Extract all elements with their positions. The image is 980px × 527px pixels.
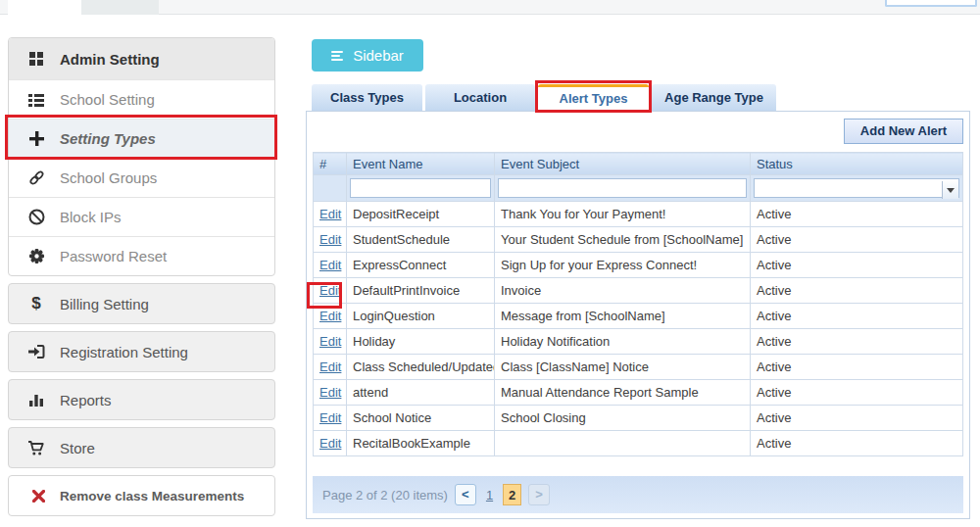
cropped-top-right-button[interactable] — [885, 0, 977, 7]
bar-chart-icon — [26, 392, 46, 407]
cell-status: Active — [751, 355, 963, 380]
sidebar-item-admin-setting[interactable]: Admin Setting — [9, 38, 274, 79]
gear-icon — [26, 248, 46, 264]
column-header-status[interactable]: Status — [751, 153, 963, 175]
sidebar-item-registration-setting[interactable]: Registration Setting — [8, 331, 275, 372]
table-row: Edit DepositReceipt Thank You for Your P… — [314, 202, 963, 227]
table-header-row: # Event Name Event Subject Status — [314, 153, 963, 175]
cell-status: Active — [751, 406, 963, 431]
edit-link[interactable]: Edit — [319, 258, 341, 272]
cell-status: Active — [751, 278, 963, 304]
cell-event-name: DefaultPrintInvoice — [347, 278, 495, 304]
filter-row — [314, 175, 963, 202]
event-subject-filter-input[interactable] — [498, 178, 747, 198]
cell-status: Active — [751, 329, 963, 355]
cell-event-name: RecitalBookExample — [347, 431, 495, 456]
cell-event-subject: Manual Attendance Report Sample — [495, 380, 751, 406]
sidebar-toggle-button[interactable]: Sidebar — [312, 39, 423, 72]
edit-link[interactable]: Edit — [319, 436, 341, 451]
cell-status: Active — [751, 431, 963, 456]
pagination-bar: Page 2 of 2 (20 items) < 1 2 > — [313, 476, 963, 513]
cell-event-subject: School Closing — [495, 406, 751, 431]
tab-class-types[interactable]: Class Types — [312, 84, 422, 111]
sidebar-item-billing-setting[interactable]: $ Billing Setting — [8, 283, 275, 324]
next-page-button[interactable]: > — [528, 484, 550, 505]
top-tab-inactive[interactable] — [81, 0, 159, 15]
table-row: Edit School Notice School Closing Active — [314, 406, 963, 431]
cell-event-subject — [495, 431, 751, 456]
edit-link[interactable]: Edit — [319, 385, 341, 400]
sidebar-item-store[interactable]: Store — [8, 427, 275, 468]
sidebar-item-school-groups[interactable]: School Groups — [9, 158, 274, 197]
table-row: Edit StudentSchedule Your Student Schedu… — [314, 227, 963, 253]
sidebar-item-remove-class-measurements[interactable]: Remove class Measurements — [8, 475, 275, 516]
sidebar-item-label: Admin Setting — [60, 51, 160, 68]
pagination-summary: Page 2 of 2 (20 items) — [322, 488, 448, 503]
sidebar-item-label: School Groups — [60, 169, 157, 186]
table-row: Edit LoginQuestion Message from [SchoolN… — [314, 304, 963, 329]
grid-icon — [26, 51, 46, 67]
cell-status: Active — [751, 304, 963, 329]
filter-cell-empty — [314, 175, 347, 202]
cell-event-name: DepositReceipt — [347, 202, 495, 227]
sidebar-admin-group: Admin Setting School Setting Setting Typ… — [8, 37, 275, 276]
cell-event-subject: Thank You for Your Payment! — [495, 202, 751, 227]
cart-icon — [26, 440, 46, 456]
event-name-filter-input[interactable] — [350, 178, 491, 198]
column-header-num[interactable]: # — [314, 153, 347, 175]
status-filter-input[interactable] — [754, 178, 959, 198]
sidebar-item-label: Store — [60, 440, 95, 456]
sidebar-item-label: Block IPs — [60, 209, 122, 225]
cell-event-name: School Notice — [347, 406, 495, 431]
column-header-event-subject[interactable]: Event Subject — [495, 153, 751, 175]
cell-event-name: ExpressConnect — [347, 253, 495, 278]
cell-event-name: Class Scheduled/Updated — [347, 355, 495, 380]
edit-link[interactable]: Edit — [319, 232, 341, 247]
list-icon — [26, 93, 46, 107]
edit-link-annotated[interactable]: Edit — [319, 283, 341, 298]
top-tab-active[interactable] — [8, 0, 81, 15]
edit-link[interactable]: Edit — [319, 410, 341, 425]
sidebar-item-label: Setting Types — [60, 130, 156, 147]
sidebar-item-label: Remove class Measurements — [60, 489, 244, 503]
tab-age-range-type[interactable]: Age Range Type — [652, 84, 776, 111]
table-row: Edit DefaultPrintInvoice Invoice Active — [314, 278, 963, 304]
edit-link[interactable]: Edit — [319, 309, 341, 323]
cell-status: Active — [751, 227, 963, 253]
table-row: Edit RecitalBookExample Active — [314, 431, 963, 456]
dollar-icon: $ — [26, 294, 46, 313]
cell-status: Active — [751, 253, 963, 278]
alerts-table: # Event Name Event Subject Status Edit — [313, 152, 963, 456]
edit-link[interactable]: Edit — [319, 207, 341, 221]
sidebar-item-label: Reports — [60, 392, 112, 408]
page-1-link[interactable]: 1 — [486, 488, 493, 503]
prev-page-button[interactable]: < — [455, 484, 476, 505]
sidebar-item-school-setting[interactable]: School Setting — [9, 79, 274, 119]
tab-alert-types[interactable]: Alert Types — [538, 84, 649, 112]
cell-event-name: Holiday — [347, 329, 495, 355]
edit-link[interactable]: Edit — [319, 359, 341, 374]
cell-event-name: LoginQuestion — [347, 304, 495, 329]
tab-bar: Class Types Location Alert Types Age Ran… — [312, 84, 776, 112]
cell-event-subject: Sign Up for your Express Connect! — [495, 253, 751, 278]
sidebar-item-setting-types[interactable]: Setting Types — [9, 119, 274, 158]
menu-bars-icon — [331, 51, 343, 61]
sidebar-item-block-ips[interactable]: Block IPs — [9, 197, 274, 236]
add-new-alert-button[interactable]: Add New Alert — [844, 119, 963, 144]
link-icon — [26, 169, 46, 186]
cell-event-subject: Invoice — [495, 278, 751, 304]
column-header-event-name[interactable]: Event Name — [347, 153, 495, 175]
table-row: Edit Holiday Holiday Notification Active — [314, 329, 963, 355]
cell-event-name: StudentSchedule — [347, 227, 495, 253]
sidebar-item-password-reset[interactable]: Password Reset — [9, 236, 274, 275]
page-2-current[interactable]: 2 — [503, 484, 521, 505]
sidebar-toggle-label: Sidebar — [353, 47, 404, 64]
status-dropdown-button[interactable] — [942, 181, 958, 199]
sidebar-item-reports[interactable]: Reports — [8, 379, 275, 420]
table-row: Edit Class Scheduled/Updated Class [Clas… — [314, 355, 963, 380]
tab-location[interactable]: Location — [425, 84, 535, 111]
sidebar-item-label: Billing Setting — [60, 296, 149, 312]
table-row: Edit ExpressConnect Sign Up for your Exp… — [314, 253, 963, 278]
edit-link[interactable]: Edit — [319, 334, 341, 349]
cell-event-subject: Class [ClassName] Notice — [495, 355, 751, 380]
